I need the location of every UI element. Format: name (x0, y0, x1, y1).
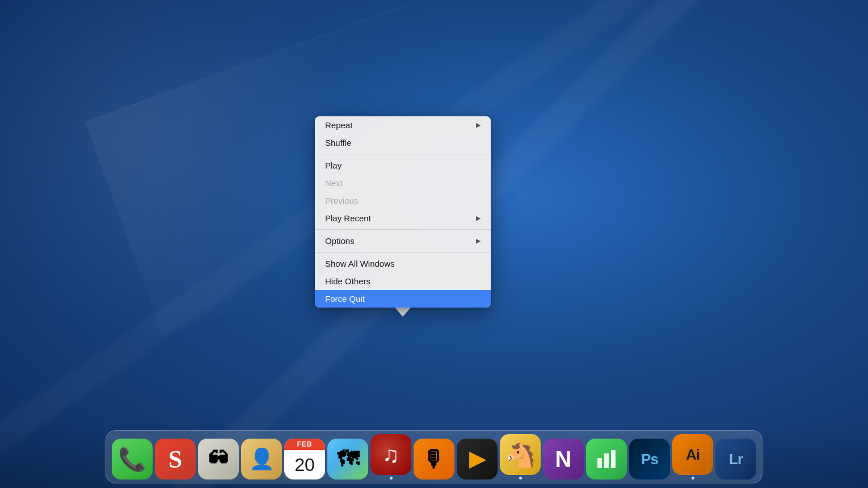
dock-item-phone[interactable]: 📞 (112, 439, 153, 479)
dock-item-scribd[interactable]: S (155, 439, 196, 479)
svg-rect-0 (597, 458, 602, 468)
menu-item-play-recent-label: Play Recent (325, 213, 371, 223)
maps-icon: 🗺 (327, 439, 368, 479)
context-menu: Repeat ▶ Shuffle Play Next Previous Play… (315, 116, 491, 308)
horseshoe-dot (519, 477, 522, 479)
contacts-icon: 👤 (241, 439, 282, 479)
repeat-arrow-icon: ▶ (476, 121, 481, 129)
menu-item-force-quit-label: Force Quit (325, 294, 365, 304)
dock-item-numbers[interactable] (586, 439, 627, 479)
onenote-icon: N (543, 439, 584, 479)
separator-2 (315, 229, 491, 230)
music-dot (390, 477, 393, 479)
photoshop-icon: Ps (629, 439, 670, 479)
svg-rect-1 (604, 453, 609, 468)
phone-icon: 📞 (112, 439, 153, 479)
calendar-icon: FEB 20 (284, 439, 325, 479)
dock: 📞 S 🕶 👤 FEB 20 🗺 ♫ (0, 426, 868, 488)
play-recent-arrow-icon: ▶ (476, 214, 481, 222)
papers-icon: 🕶 (198, 439, 239, 479)
dock-item-horseshoe[interactable]: 🐴 (500, 434, 541, 479)
dock-item-plex[interactable]: ▶ (457, 439, 498, 479)
dock-item-photoshop[interactable]: Ps (629, 439, 670, 479)
illustrator-icon: Ai (672, 434, 713, 475)
illustrator-dot (692, 477, 694, 479)
dock-inner: 📞 S 🕶 👤 FEB 20 🗺 ♫ (106, 430, 762, 483)
numbers-icon (586, 439, 627, 479)
calendar-date: 20 (284, 450, 325, 479)
lightroom-icon: Lr (715, 439, 756, 479)
dock-item-calendar[interactable]: FEB 20 (284, 439, 325, 479)
menu-item-show-all-windows-label: Show All Windows (325, 259, 395, 268)
menu-item-options[interactable]: Options ▶ (315, 232, 491, 250)
menu-item-options-label: Options (325, 236, 355, 246)
menu-caret (395, 308, 411, 317)
scribd-icon: S (155, 439, 196, 479)
menu-item-hide-others-label: Hide Others (325, 276, 370, 286)
menu-item-play-recent[interactable]: Play Recent ▶ (315, 209, 491, 227)
options-arrow-icon: ▶ (476, 237, 481, 245)
horseshoe-icon: 🐴 (500, 434, 541, 475)
menu-item-shuffle[interactable]: Shuffle (315, 134, 491, 152)
dock-item-podcasts[interactable]: 🎙 (414, 439, 454, 479)
separator-3 (315, 252, 491, 253)
calendar-month: FEB (284, 439, 325, 450)
menu-item-hide-others[interactable]: Hide Others (315, 272, 491, 290)
dock-item-lightroom[interactable]: Lr (715, 439, 756, 479)
dock-item-illustrator[interactable]: Ai (672, 434, 713, 479)
menu-item-previous: Previous (315, 192, 491, 209)
menu-item-force-quit[interactable]: Force Quit (315, 290, 491, 308)
menu-item-play[interactable]: Play (315, 157, 491, 174)
numbers-chart-icon (594, 447, 619, 472)
menu-item-repeat-label: Repeat (325, 120, 352, 130)
music-icon: ♫ (370, 434, 411, 475)
dock-item-contacts[interactable]: 👤 (241, 439, 282, 479)
menu-item-next: Next (315, 174, 491, 192)
podcasts-icon: 🎙 (414, 439, 454, 479)
dock-item-music[interactable]: ♫ (370, 434, 411, 479)
menu-item-next-label: Next (325, 178, 343, 188)
menu-item-repeat[interactable]: Repeat ▶ (315, 116, 491, 134)
menu-item-shuffle-label: Shuffle (325, 138, 351, 148)
dock-item-papers[interactable]: 🕶 (198, 439, 239, 479)
dock-item-onenote[interactable]: N (543, 439, 584, 479)
menu-item-show-all-windows[interactable]: Show All Windows (315, 255, 491, 272)
menu-item-play-label: Play (325, 161, 342, 170)
dock-item-maps[interactable]: 🗺 (327, 439, 368, 479)
svg-rect-2 (611, 450, 616, 468)
context-menu-wrapper: Repeat ▶ Shuffle Play Next Previous Play… (315, 116, 491, 317)
menu-item-previous-label: Previous (325, 196, 358, 205)
plex-icon: ▶ (457, 439, 498, 479)
separator-1 (315, 154, 491, 154)
